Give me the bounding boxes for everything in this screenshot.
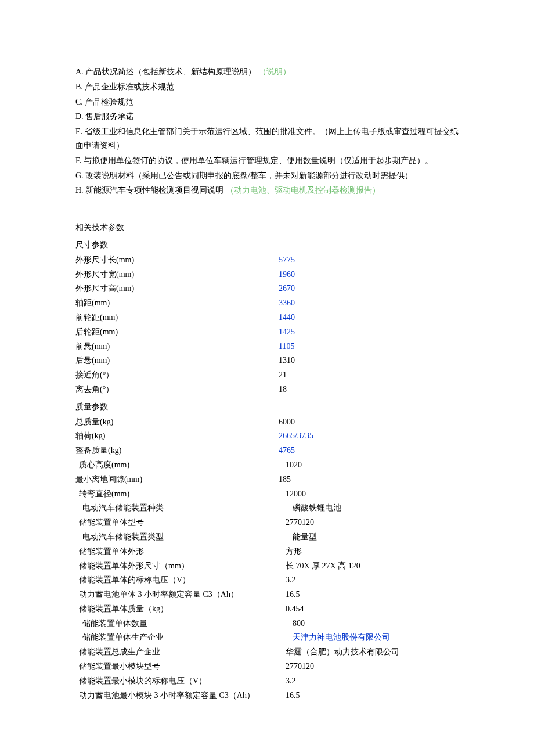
param-row: 转弯直径(mm)12000	[75, 487, 464, 501]
param-label: 质心高度(mm)	[75, 458, 282, 472]
param-label: 前轮距(mm)	[75, 311, 279, 325]
param-label: 后悬(mm)	[75, 354, 279, 368]
param-label: 最小离地间隙(mm)	[75, 473, 279, 487]
list-item-b: B. 产品企业标准或技术规范	[75, 80, 464, 94]
param-row: 外形尺寸高(mm)2670	[75, 282, 464, 296]
param-row: 储能装置最小模块的标称电压（V）3.2	[75, 674, 464, 688]
list-item-d: D. 售后服务承诺	[75, 110, 464, 124]
param-value: 2665/3735	[279, 429, 464, 443]
lettered-list: A. 产品状况简述（包括新技术、新结构原理说明） （说明） B. 产品企业标准或…	[75, 65, 464, 197]
param-label: 储能装置最小模块的标称电压（V）	[75, 674, 282, 688]
param-value: 1310	[279, 354, 464, 368]
param-row: 离去角(°）18	[75, 383, 464, 397]
param-value: 2670	[279, 282, 464, 296]
param-row: 轴距(mm)3360	[75, 296, 464, 310]
param-label: 外形尺寸长(mm)	[75, 253, 279, 267]
param-row: 储能装置单体型号2770120	[75, 516, 464, 530]
param-row: 最小离地间隙(mm)185	[75, 473, 464, 487]
document-page: A. 产品状况简述（包括新技术、新结构原理说明） （说明） B. 产品企业标准或…	[0, 0, 534, 756]
param-label: 储能装置单体数量	[75, 617, 286, 631]
param-row: 电动汽车储能装置类型能量型	[75, 530, 464, 544]
param-value: 3360	[279, 296, 464, 310]
param-value: 华霆（合肥）动力技术有限公司	[282, 645, 464, 659]
param-value: 1425	[279, 325, 464, 339]
param-label: 动力蓄电池最小模块 3 小时率额定容量 C3（Ah）	[75, 689, 282, 703]
param-label: 外形尺寸宽(mm)	[75, 268, 279, 282]
param-row: 储能装置单体外形尺寸（mm）长 70X 厚 27X 高 120	[75, 559, 464, 573]
param-value: 185	[279, 473, 464, 487]
param-row: 总质量(kg)6000	[75, 415, 464, 429]
param-row: 外形尺寸长(mm)5775	[75, 253, 464, 267]
param-row: 储能装置最小模块型号2770120	[75, 660, 464, 674]
param-value: 天津力神电池股份有限公司	[286, 631, 464, 645]
param-label: 动力蓄电池单体 3 小时率额定容量 C3（Ah）	[75, 588, 282, 602]
param-value: 18	[279, 383, 464, 397]
list-item-h-note: （动力电池、驱动电机及控制器检测报告）	[226, 186, 380, 195]
param-row: 接近角(°）21	[75, 368, 464, 382]
param-label: 储能装置单体质量（kg）	[75, 602, 282, 616]
header-related-tech: 相关技术参数	[75, 221, 464, 235]
param-value: 0.454	[282, 602, 464, 616]
param-label: 储能装置单体外形尺寸（mm）	[75, 559, 282, 573]
header-mass-params: 质量参数	[75, 400, 464, 414]
param-label: 储能装置总成生产企业	[75, 645, 282, 659]
param-value: 2770120	[282, 516, 464, 530]
param-row: 轴荷(kg)2665/3735	[75, 429, 464, 443]
param-value: 1105	[279, 340, 464, 354]
param-label: 储能装置单体型号	[75, 516, 282, 530]
param-row: 动力蓄电池单体 3 小时率额定容量 C3（Ah）16.5	[75, 588, 464, 602]
param-value: 长 70X 厚 27X 高 120	[282, 559, 464, 573]
size-params-table: 外形尺寸长(mm)5775外形尺寸宽(mm)1960外形尺寸高(mm)2670轴…	[75, 253, 464, 397]
param-row: 储能装置单体数量800	[75, 617, 464, 631]
param-value: 1960	[279, 268, 464, 282]
param-row: 储能装置单体质量（kg）0.454	[75, 602, 464, 616]
param-row: 前悬(mm)1105	[75, 340, 464, 354]
list-item-a-text: A. 产品状况简述（包括新技术、新结构原理说明）	[75, 67, 256, 76]
param-row: 储能装置单体生产企业天津力神电池股份有限公司	[75, 631, 464, 645]
param-row: 后悬(mm)1310	[75, 354, 464, 368]
list-item-h: H. 新能源汽车专项性能检测项目视同说明 （动力电池、驱动电机及控制器检测报告）	[75, 183, 464, 197]
param-row: 电动汽车储能装置种类磷酸铁锂电池	[75, 501, 464, 515]
list-item-f: F. 与拟使用单位签订的协议，使用单位车辆运行管理规定、使用数量说明（仅适用于起…	[75, 154, 464, 168]
param-label: 外形尺寸高(mm)	[75, 282, 279, 296]
param-label: 转弯直径(mm)	[75, 487, 282, 501]
param-value: 6000	[279, 415, 464, 429]
param-row: 储能装置单体外形方形	[75, 545, 464, 559]
param-label: 接近角(°）	[75, 368, 279, 382]
param-value: 5775	[279, 253, 464, 267]
param-row: 储能装置单体的标称电压（V）3.2	[75, 573, 464, 587]
list-item-a: A. 产品状况简述（包括新技术、新结构原理说明） （说明）	[75, 65, 464, 79]
param-value: 1440	[279, 311, 464, 325]
param-label: 后轮距(mm)	[75, 325, 279, 339]
param-row: 储能装置总成生产企业华霆（合肥）动力技术有限公司	[75, 645, 464, 659]
list-item-e: E. 省级工业和信息化主管部门关于示范运行区域、范围的批准文件。（网上上传电子版…	[75, 125, 464, 153]
param-value: 方形	[282, 545, 464, 559]
param-label: 轴距(mm)	[75, 296, 279, 310]
param-value: 4765	[279, 444, 464, 458]
param-label: 储能装置单体的标称电压（V）	[75, 573, 282, 587]
param-row: 后轮距(mm)1425	[75, 325, 464, 339]
param-row: 动力蓄电池最小模块 3 小时率额定容量 C3（Ah）16.5	[75, 689, 464, 703]
param-label: 总质量(kg)	[75, 415, 279, 429]
param-row: 整备质量(kg)4765	[75, 444, 464, 458]
list-item-g: G. 改装说明材料（采用已公告或同期申报的底盘/整车，并未对新能源部分进行改动时…	[75, 169, 464, 183]
param-value: 800	[286, 617, 464, 631]
param-row: 前轮距(mm)1440	[75, 311, 464, 325]
param-value: 3.2	[282, 674, 464, 688]
param-value: 磷酸铁锂电池	[286, 501, 464, 515]
header-size-params: 尺寸参数	[75, 238, 464, 252]
param-value: 12000	[282, 487, 464, 501]
list-item-c: C. 产品检验规范	[75, 95, 464, 109]
list-item-a-note: （说明）	[258, 67, 291, 76]
param-label: 电动汽车储能装置类型	[75, 530, 286, 544]
param-value: 21	[279, 368, 464, 382]
param-value: 2770120	[282, 660, 464, 674]
param-label: 电动汽车储能装置种类	[75, 501, 286, 515]
param-label: 储能装置最小模块型号	[75, 660, 282, 674]
param-label: 储能装置单体生产企业	[75, 631, 286, 645]
param-value: 1020	[282, 458, 464, 472]
param-label: 离去角(°）	[75, 383, 279, 397]
param-row: 外形尺寸宽(mm)1960	[75, 268, 464, 282]
param-label: 轴荷(kg)	[75, 429, 279, 443]
param-value: 16.5	[282, 588, 464, 602]
